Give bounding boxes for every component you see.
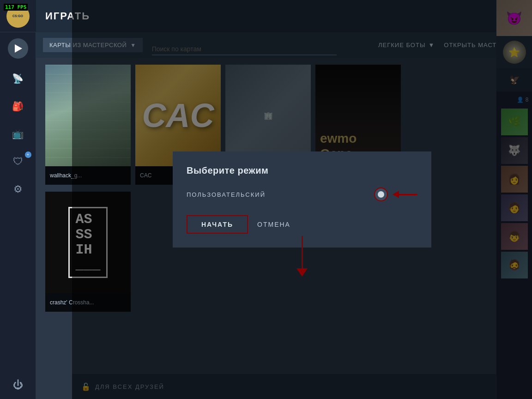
sidebar-item-watch[interactable] — [0, 120, 36, 148]
modal-option-label: ПОЛЬЗОВАТЕЛЬСКИЙ — [187, 191, 266, 198]
missions-badge: + — [25, 151, 31, 158]
down-arrow-annotation — [296, 236, 308, 277]
mode-radio-button[interactable] — [374, 187, 388, 201]
sidebar-item-missions[interactable]: 🛡 + — [0, 148, 36, 175]
sidebar-item-inventory[interactable] — [0, 92, 36, 120]
modal-overlay: Выберите режим ПОЛЬЗОВАТЕЛЬСКИЙ НАЧАТЬ О… — [72, 0, 532, 399]
modal-actions: НАЧАТЬ ОТМЕНА — [187, 215, 417, 234]
modal-title: Выберите режим — [187, 165, 417, 176]
arrow-line-horizontal — [399, 194, 417, 195]
sidebar-item-settings[interactable] — [0, 175, 36, 203]
modal-option-row: ПОЛЬЗОВАТЕЛЬСКИЙ — [187, 187, 417, 201]
sidebar-item-antenna[interactable] — [0, 65, 36, 92]
mode-select-modal: Выберите режим ПОЛЬЗОВАТЕЛЬСКИЙ НАЧАТЬ О… — [173, 151, 431, 248]
arrow-head — [296, 268, 308, 277]
shield-badge-icon: 🛡 — [13, 156, 23, 168]
fps-counter: 117 FPS — [4, 4, 28, 11]
start-button[interactable]: НАЧАТЬ — [187, 215, 248, 234]
cancel-button[interactable]: ОТМЕНА — [257, 221, 290, 228]
play-icon[interactable] — [8, 38, 28, 59]
sidebar-power-button[interactable]: ⏻ — [0, 371, 36, 399]
arrow-line-vertical — [302, 236, 303, 268]
sidebar: 🛡 + ⏻ — [0, 0, 36, 399]
main-content: ИГРАТЬ КАРТЫ ИЗ МАСТЕРСКОЙ ▼ ЛЕГКИЕ БОТЫ… — [36, 0, 532, 399]
sidebar-play-button[interactable] — [0, 32, 36, 65]
left-arrow-annotation — [393, 191, 399, 198]
